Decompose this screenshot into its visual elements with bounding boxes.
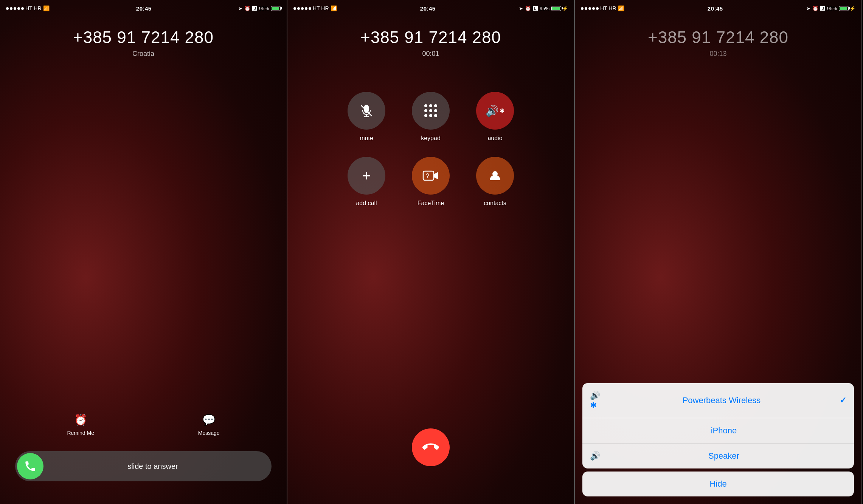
bluetooth-small-icon: ✱ — [500, 107, 504, 114]
contacts-circle — [476, 157, 514, 195]
location-icon-1: ➤ — [238, 6, 242, 11]
status-bar-3: HT HR 📶 20:45 ➤ ⏰ 🅱 95% ⚡ — [575, 0, 861, 17]
keypad-button[interactable]: keypad — [406, 92, 455, 142]
alarm-icon-1: ⏰ — [244, 6, 250, 11]
plus-icon: + — [362, 169, 371, 183]
time-display-1: 20:45 — [136, 5, 152, 12]
call-duration-2: 00:13 — [709, 50, 726, 58]
contacts-label: contacts — [484, 200, 506, 207]
mute-label: mute — [360, 135, 373, 142]
speaker-icon: 🔊 — [486, 105, 499, 117]
keypad-label: keypad — [421, 135, 441, 142]
facetime-label: FaceTime — [418, 200, 444, 207]
svg-text:?: ? — [426, 173, 429, 179]
audio-label: audio — [487, 135, 502, 142]
signal-dots-2 — [293, 7, 311, 10]
screen-active: HT HR 📶 20:45 ➤ ⏰ 🅱 95% ⚡ +385 91 7214 2… — [287, 0, 575, 504]
battery-percent-1: 95% — [259, 6, 269, 11]
bluetooth-icon-1: 🅱 — [252, 6, 257, 11]
signal-dot — [21, 7, 24, 10]
bluetooth-icon-2: 🅱 — [533, 6, 538, 11]
audio-menu-phone-number: +385 91 7214 280 — [648, 28, 788, 47]
location-icon-2: ➤ — [519, 6, 523, 11]
wifi-icon-3: 📶 — [618, 5, 624, 11]
keypad-circle — [412, 92, 450, 130]
carrier-label-2: HT HR — [313, 5, 329, 11]
wifi-icon-2: 📶 — [331, 5, 337, 11]
screen-1-content: +385 91 7214 280 Croatia — [0, 17, 287, 504]
signal-dots-1 — [6, 7, 24, 10]
svg-marker-5 — [434, 172, 438, 179]
carrier-label-1: HT HR — [25, 5, 42, 11]
battery-icon-3: ⚡ — [839, 6, 855, 11]
signal-dot — [6, 7, 9, 10]
status-left-1: HT HR 📶 — [6, 5, 50, 11]
battery-percent-2: 95% — [540, 6, 549, 11]
battery-icon-1 — [271, 6, 281, 11]
alarm-icon-2: ⏰ — [525, 6, 531, 11]
active-phone-number: +385 91 7214 280 — [360, 28, 501, 47]
signal-dot — [10, 7, 12, 10]
signal-dot — [14, 7, 16, 10]
status-left-2: HT HR 📶 — [293, 5, 337, 11]
location-icon-3: ➤ — [806, 6, 810, 11]
keypad-icon — [424, 104, 437, 117]
call-controls: mute keypad 🔊 ✱ — [342, 92, 520, 207]
audio-button[interactable]: 🔊 ✱ audio — [470, 92, 520, 142]
time-display-3: 20:45 — [708, 5, 723, 12]
battery-icon-2: ⚡ — [551, 6, 568, 11]
battery-percent-3: 95% — [827, 6, 837, 11]
status-right-3: ➤ ⏰ 🅱 95% ⚡ — [806, 6, 855, 11]
status-bar-2: HT HR 📶 20:45 ➤ ⏰ 🅱 95% ⚡ — [287, 0, 574, 17]
signal-dot — [17, 7, 20, 10]
status-bar-1: HT HR 📶 20:45 ➤ ⏰ 🅱 95% — [0, 0, 287, 17]
status-right-1: ➤ ⏰ 🅱 95% — [238, 6, 281, 11]
facetime-button[interactable]: ? FaceTime — [406, 157, 455, 207]
audio-circle: 🔊 ✱ — [476, 92, 514, 130]
wifi-icon-1: 📶 — [43, 5, 50, 11]
contacts-button[interactable]: contacts — [470, 157, 520, 207]
contacts-icon — [488, 169, 502, 182]
bluetooth-icon-3: 🅱 — [820, 6, 825, 11]
carrier-label-3: HT HR — [600, 5, 616, 11]
add-call-button[interactable]: + add call — [342, 157, 391, 207]
signal-dots-3 — [581, 7, 599, 10]
mute-circle — [348, 92, 385, 130]
status-right-2: ➤ ⏰ 🅱 95% ⚡ — [519, 6, 568, 11]
screen-3-content: +385 91 7214 280 00:13 — [575, 17, 861, 504]
incoming-phone-number: +385 91 7214 280 — [73, 28, 214, 47]
mute-icon — [360, 104, 373, 117]
alarm-icon-3: ⏰ — [812, 6, 818, 11]
add-call-label: add call — [356, 200, 377, 207]
screen-audio-menu: HT HR 📶 20:45 ➤ ⏰ 🅱 95% ⚡ +385 91 7214 2… — [575, 0, 862, 504]
mute-button[interactable]: mute — [342, 92, 391, 142]
time-display-2: 20:45 — [420, 5, 436, 12]
status-left-3: HT HR 📶 — [581, 5, 624, 11]
add-call-circle: + — [348, 157, 385, 195]
facetime-circle: ? — [412, 157, 450, 195]
screen-2-content: +385 91 7214 280 00:01 mute — [287, 17, 574, 504]
incoming-subtitle: Croatia — [132, 50, 154, 58]
call-duration-1: 00:01 — [422, 50, 439, 58]
facetime-icon: ? — [422, 170, 439, 182]
screen-incoming: HT HR 📶 20:45 ➤ ⏰ 🅱 95% +385 91 7214 280… — [0, 0, 287, 504]
audio-active-icon: 🔊 ✱ — [486, 105, 504, 117]
